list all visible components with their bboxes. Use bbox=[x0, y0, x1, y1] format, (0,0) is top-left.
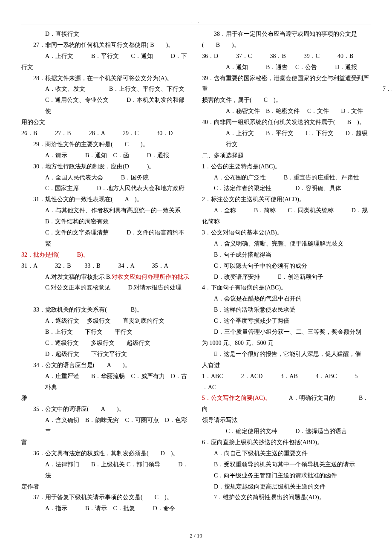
text-line: C．归类不准，文不对题 D．主题不明，离题万里 bbox=[383, 51, 392, 73]
text-line: A.对发文稿的审核批示 B.对收文应如何办理所作的批示 bbox=[21, 272, 190, 283]
text-line: 损害的文件，属于( C )。 bbox=[202, 95, 371, 106]
text-line: B．文件结构的周密有效 bbox=[21, 216, 190, 227]
text-line: A．向自己下级机关主送的重要文件 bbox=[202, 448, 371, 459]
text-line: A．上行文 B．平行文 C．通知 D．下 bbox=[21, 51, 190, 62]
text-line: 37．用于答复下级机关请示事项的公文是( C )。 bbox=[21, 492, 190, 503]
text-line: 9．遵守行文规则是为了(ABDE)。 bbox=[383, 150, 392, 161]
text-line: C．文件的文字条理清楚 D．文件的语言简约不繁 bbox=[21, 227, 190, 249]
text-line: A．秘密文件 B．绝密文件 C．文件 D．文件 bbox=[202, 106, 371, 117]
text-line: B．主送给平级机关的商洽性函件 bbox=[383, 117, 392, 128]
text-line: A．确保公文迅速、准确传递 B．避免行文紊乱 bbox=[383, 161, 392, 172]
text-line: 27．非同一系统的任何机关相互行文都使用( B )。 bbox=[21, 40, 190, 51]
text-line: A．请示 B．通知 C．函 D．通报 bbox=[21, 150, 190, 161]
text-line: A．逐级行文 多级行文 直贯到底的行文 bbox=[21, 315, 190, 327]
text-line: 行文 bbox=[21, 62, 190, 73]
text-line: E．容不全，挂一漏万 6．ABD bbox=[383, 73, 392, 84]
text-line: A．通知 B．通告 C．公告 D．通报 bbox=[202, 62, 371, 73]
page-footer: 2 / 19 bbox=[21, 531, 371, 541]
text-line: D．三个质量管理小组分获一、二、三等奖，奖金额分别 bbox=[202, 327, 371, 338]
text-line: 39．含有重要的国家秘密，泄露会使国家的安全与利益遭受到严重 bbox=[202, 73, 371, 95]
text-line: 定作者 bbox=[21, 481, 190, 492]
text-line: C．这个季度亏损减少了两倍 bbox=[202, 315, 371, 327]
text-line: A．与其他文件、作者权利具有高度统一的一致关系 bbox=[21, 205, 190, 216]
text-line: 29．商洽性文件的主要文种是( C )。 bbox=[21, 139, 190, 150]
text-line: 1．公告的主要特点是(ABC)。 bbox=[202, 161, 371, 172]
text-line: A．指示 B．请示 C．批复 D．命令 bbox=[21, 503, 190, 514]
text-line: C．主送给有关下级机关的政策性批复 bbox=[383, 128, 392, 139]
text-line: C．国家主席 D．地方人民代表大会和地方政府 bbox=[21, 183, 190, 194]
text-line: 化简称 bbox=[202, 216, 371, 227]
text-line: 1．ABC 2．ACD 3．AB 4．ABC 5 bbox=[202, 371, 371, 382]
text-line: 富 bbox=[21, 437, 190, 448]
text-line: 二、多项选择题 bbox=[202, 150, 371, 161]
text-line: A．公布围的广泛性 B．重宣告的庄重性、严肃性 bbox=[202, 172, 371, 183]
text-line: ( B )。 bbox=[202, 40, 371, 51]
text-line: 人奋进 bbox=[202, 360, 371, 371]
text-line: 35．公文中的词语应( A )。 bbox=[21, 404, 190, 415]
text-line bbox=[21, 293, 190, 304]
two-column-body: D．直接行文27．非同一系统的任何机关相互行文都使用( B )。A．上行文 B．… bbox=[21, 29, 371, 523]
text-line: 38．用于在一定围公布应当遵守或周知的事项的公文是 bbox=[202, 29, 371, 40]
header-marker: . . bbox=[21, 17, 371, 23]
text-line: C.对公文正本的复核意见 D.对请示报告的处理 bbox=[21, 282, 190, 293]
text-line: 雅 bbox=[21, 393, 190, 404]
text-line: 36．D 37．C 38．B 39．C 40．B bbox=[202, 51, 371, 62]
text-line: D．按规定越级向更高层级机关主送的文件 bbox=[202, 481, 371, 492]
text-line: A．主送给上级机关的请求批准的请示 bbox=[383, 106, 392, 117]
document-page: . . D．直接行文27．非同一系统的任何机关相互行文都使用( B )。A．上行… bbox=[0, 0, 392, 549]
text-line: C．可以隐去句子中的必须有的成分 bbox=[202, 260, 371, 272]
horizontal-rule bbox=[21, 24, 371, 24]
text-line: 为 1000 元、800 元、500 元 bbox=[202, 338, 371, 349]
text-line: 31．规性公文的一致性表现在( A )。 bbox=[21, 194, 190, 205]
text-line: 33．党政机关的行文关系有( B)。 bbox=[21, 304, 190, 315]
text-line: A．全国人民代表大会 B．国务院 bbox=[21, 172, 190, 183]
text-line: B．上行文 下行文 平行文 bbox=[21, 327, 190, 338]
text-line: 32．批办是指( B)。 bbox=[21, 249, 190, 260]
text-line: 领导请示写法 bbox=[202, 415, 371, 426]
text-line: 8．禁止主送的同时抄送给下级机关的文件有(AD)。 bbox=[383, 95, 392, 106]
text-line: A．庄重严谨 B．华丽流畅 C．威严有力 D．古朴典 bbox=[21, 371, 190, 393]
text-line: C．向平级业务主管部门主送的请求批准的函件 bbox=[202, 470, 371, 481]
text-line: D．直接行文 bbox=[21, 29, 190, 40]
text-line: A．含义明确、清晰、完整、便于准确理解无歧义 bbox=[202, 238, 371, 249]
text-line: A．会议是在酷热的气温中召开的 bbox=[202, 293, 371, 304]
text-line: B．这样的活动乐意使农民承受 bbox=[202, 304, 371, 315]
text-line: E．这是一个很好的报告，它能引人深思，促人猛醒，催 bbox=[202, 349, 371, 360]
text-line: 34．公文的语言应当是( A )。 bbox=[21, 360, 190, 371]
text-line: A．法律部门 B．上级机关 C．部门领导 D．法 bbox=[21, 459, 190, 481]
text-line: C．法定作者的限定性 D．容明确、具体 bbox=[202, 183, 371, 194]
text-line: C．通用公文、专业公文 D．本机关制发的和部使 bbox=[21, 95, 190, 117]
text-line: C．确定使用的文种 D．选择适当的语言 bbox=[202, 426, 371, 437]
text-line: C．逐级行文 多级行文 超级行文 bbox=[21, 338, 190, 349]
text-line: 7．AD 8．AD 9．ABDE 10．ABD bbox=[383, 84, 392, 95]
text-line: ．AC bbox=[202, 382, 371, 393]
text-line: 用的公文 bbox=[21, 117, 190, 128]
text-line: 40．向非同一组织系统的任何机关发送的文件属于( B )。 bbox=[202, 117, 371, 128]
text-line: 26．B 27．B 28．A 29．C 30．D bbox=[21, 128, 190, 139]
text-line: 5．公文写作之前要(AC)。 A．明确行文目的 B．向 bbox=[202, 393, 371, 415]
text-line: D．主送给上级机关的请求指示的请示 bbox=[383, 139, 392, 150]
text-line: C．保障公文旅行 D．确定行文关系 bbox=[383, 172, 392, 183]
text-line: A．收文、发文 B．上行文、平行文、下行文 bbox=[21, 84, 190, 95]
text-line: 31．A 32．B 33．B 34．A 35．A bbox=[21, 260, 190, 272]
text-line: A．全称 B．简称 C．同类机关统称 D．规 bbox=[202, 205, 371, 216]
text-line: 28．根据文件来源，在一个机关部可将公文分为(A)。 bbox=[21, 73, 190, 84]
text-line: B．句子成分搭配得当 bbox=[202, 249, 371, 260]
text-line: B．受双重领导的机关向其中一个领导机关主送的请示 bbox=[202, 459, 371, 470]
text-line: A．上行文 B．平行文 C．下行文 D．越级行文 bbox=[202, 128, 371, 150]
text-line: 36．公文具有法定的权威性，其制发必须是( D )。 bbox=[21, 448, 190, 459]
text-line: A．赘言泛滥，大量重复 B．语言含混，语义多歧 bbox=[383, 29, 392, 51]
text-line: D．改变语序安排 E．创造新颖句子 bbox=[202, 272, 371, 283]
text-line: 30．地方性行政法规的制发，应由(D )。 bbox=[21, 161, 190, 172]
text-line: D．超级行文 下行文平行文 bbox=[21, 349, 190, 360]
text-line: 2．标注公文的主送机关可使用(ACD)。 bbox=[202, 194, 371, 205]
text-line: 4．下面句子有语病的是(ABC)。 bbox=[202, 282, 371, 293]
text-line: 7．维护公文的简明性易出的问题是(AD)。 bbox=[202, 492, 371, 503]
text-line: 6．应向直接上级机关抄送的文件包括(ABD)。 bbox=[202, 437, 371, 448]
text-line: A．含义确切 B．韵味无穷 C．可圈可点 D．色彩丰 bbox=[21, 415, 190, 437]
text-line: 3．公文对语句的基本要(AB)。 bbox=[202, 227, 371, 238]
